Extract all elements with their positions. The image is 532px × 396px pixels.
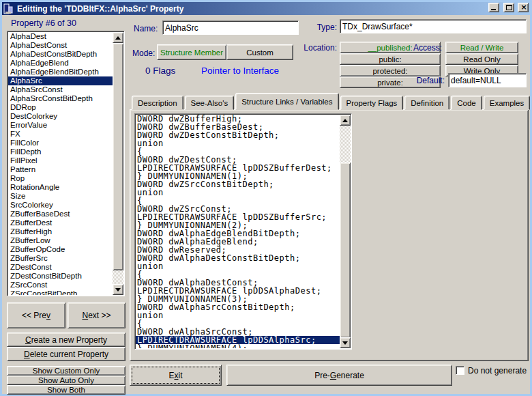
- do-not-generate-checkbox[interactable]: [456, 366, 464, 375]
- tab-code[interactable]: Code: [451, 96, 482, 110]
- flags-status-text: 0 Flags: [145, 66, 175, 76]
- location-option-protected[interactable]: protected:: [340, 65, 441, 76]
- structure-code-list[interactable]: DWORD dwZBufferHigh;DWORD dwZBufferBaseD…: [134, 113, 352, 350]
- delete-property-button[interactable]: Delete current Property: [7, 347, 125, 361]
- title-bar: Editting the 'TDDBltFX::AlphaSrc' Proper…: [2, 2, 530, 15]
- window-title: Editting the 'TDDBltFX::AlphaSrc' Proper…: [17, 4, 487, 14]
- property-list-item[interactable]: ErrorValue: [8, 121, 113, 130]
- location-option-public[interactable]: public:: [340, 53, 441, 65]
- show-auto-only-button[interactable]: Show Auto Only: [7, 376, 125, 385]
- property-list[interactable]: AlphaDestAlphaDestConstAlphaDestConstBit…: [7, 31, 125, 296]
- show-both-button[interactable]: Show Both: [7, 385, 125, 395]
- property-list-item[interactable]: AlphaSrcConstBitDepth: [8, 94, 113, 103]
- pre-generate-button[interactable]: Pre-Generate: [226, 365, 452, 386]
- name-input[interactable]: [162, 20, 299, 35]
- property-list-scrollbar[interactable]: [113, 32, 123, 295]
- property-list-item[interactable]: AlphaDestConst: [8, 41, 113, 50]
- close-button[interactable]: ×: [518, 3, 529, 12]
- property-list-item[interactable]: DDRop: [8, 103, 113, 112]
- code-line[interactable]: DWORD dwZSrcConstBitDepth;: [136, 180, 340, 188]
- type-input[interactable]: [340, 19, 527, 33]
- property-list-item[interactable]: AlphaEdgeBlendBitDepth: [8, 68, 113, 76]
- tab-definition[interactable]: Definition: [404, 96, 449, 110]
- default-label: Default:: [397, 76, 445, 85]
- code-line[interactable]: union: [136, 139, 340, 147]
- window-controls: ×: [487, 3, 529, 14]
- property-list-item[interactable]: ZBufferSrc: [8, 254, 113, 263]
- code-line[interactable]: union: [136, 311, 340, 320]
- property-list-item[interactable]: AlphaDestConstBitDepth: [8, 50, 113, 59]
- arrow-down-icon: [115, 288, 121, 292]
- property-list-item[interactable]: Size: [8, 192, 113, 201]
- code-line[interactable]: union: [136, 188, 340, 197]
- access-label: Access:: [394, 43, 442, 53]
- tab-description[interactable]: Description: [132, 96, 183, 110]
- tab-examples[interactable]: Examples: [484, 96, 531, 110]
- scrollbar-thumb[interactable]: [113, 43, 123, 270]
- arrow-down-icon: [342, 341, 348, 345]
- property-list-item[interactable]: ZBufferBaseDest: [8, 210, 113, 218]
- type-label: Type:: [304, 23, 337, 32]
- property-list-item[interactable]: ZSrcConst: [8, 281, 113, 289]
- structure-code-lines: DWORD dwZBufferHigh;DWORD dwZBufferBaseD…: [136, 115, 340, 348]
- code-line[interactable]: DWORD dwAlphaDestConstBitDepth;: [136, 254, 340, 262]
- property-list-item[interactable]: ZBufferDest: [8, 218, 113, 227]
- code-list-scrollbar[interactable]: [340, 115, 351, 348]
- location-label: Location:: [289, 43, 337, 53]
- property-list-item[interactable]: FillPixel: [8, 156, 113, 165]
- property-list-item[interactable]: AlphaSrcConst: [8, 85, 113, 94]
- code-line[interactable]: union: [136, 262, 340, 270]
- property-list-item[interactable]: RotationAngle: [8, 183, 113, 192]
- property-list-item[interactable]: ZBufferOpCode: [8, 245, 113, 254]
- do-not-generate-label: Do not generate: [468, 366, 527, 376]
- property-list-item[interactable]: FX: [8, 130, 113, 139]
- property-list-item[interactable]: Pattern: [8, 165, 113, 174]
- property-list-item[interactable]: ZDestConst: [8, 263, 113, 272]
- mode-option-custom[interactable]: Custom: [226, 44, 293, 60]
- property-list-item[interactable]: SrcColorkey: [8, 201, 113, 210]
- tab-structure-links-variables[interactable]: Structure Links / Variables: [235, 93, 338, 110]
- property-list-item[interactable]: Rop: [8, 174, 113, 183]
- arrow-up-icon: [115, 36, 121, 40]
- prev-property-button[interactable]: << Prev: [7, 302, 65, 328]
- mode-label: Mode:: [132, 48, 155, 58]
- minimize-button[interactable]: [488, 3, 499, 12]
- tab-property-flags[interactable]: Property Flags: [340, 96, 404, 110]
- scroll-up-button[interactable]: [340, 115, 351, 126]
- scrollbar-thumb[interactable]: [340, 162, 351, 338]
- minimize-icon: [491, 9, 496, 10]
- mode-option-structure-member[interactable]: Structure Member: [157, 44, 226, 60]
- arrow-up-icon: [342, 119, 348, 122]
- property-list-item[interactable]: FillDepth: [8, 147, 113, 156]
- app-icon: [3, 3, 14, 14]
- property-list-item[interactable]: ZSrcConstBitDepth: [8, 289, 113, 295]
- access-option-read-only[interactable]: Read Only: [445, 53, 518, 65]
- property-list-item[interactable]: ZDestConstBitDepth: [8, 272, 113, 281]
- code-line[interactable]: DWORD dwAlphaSrcConstBitDepth;: [136, 303, 340, 311]
- scroll-down-button[interactable]: [340, 337, 351, 348]
- tab-strip: DescriptionSee-Also'sStructure Links / V…: [132, 93, 531, 110]
- scroll-up-button[interactable]: [113, 32, 123, 43]
- property-list-item[interactable]: DestColorkey: [8, 112, 113, 121]
- property-list-item[interactable]: ZBufferHigh: [8, 227, 113, 236]
- create-property-button[interactable]: Create a new Property: [7, 333, 125, 347]
- scroll-down-button[interactable]: [113, 284, 123, 295]
- exit-button[interactable]: Exit: [130, 365, 222, 386]
- maximize-button[interactable]: [503, 3, 514, 12]
- property-counter-label: Property #6 of 30: [11, 18, 76, 28]
- dialog-window: Editting the 'TDDBltFX::AlphaSrc' Proper…: [0, 0, 532, 396]
- code-line[interactable]: DWORD dwZDestConstBitDepth;: [136, 131, 340, 139]
- property-list-item[interactable]: AlphaSrc: [8, 76, 113, 85]
- tab-see-also-s[interactable]: See-Also's: [185, 96, 235, 110]
- property-list-item[interactable]: AlphaDest: [8, 32, 113, 41]
- show-custom-only-button[interactable]: Show Custom Only: [7, 366, 125, 376]
- access-option-read-write[interactable]: Read / Write: [445, 42, 518, 53]
- next-property-button[interactable]: Next >>: [68, 302, 125, 328]
- property-list-item[interactable]: AlphaEdgeBlend: [8, 59, 113, 68]
- property-list-item[interactable]: ZBufferLow: [8, 236, 113, 245]
- property-list-item[interactable]: FillColor: [8, 139, 113, 147]
- close-icon: ×: [518, 3, 529, 12]
- property-list-items: AlphaDestAlphaDestConstAlphaDestConstBit…: [8, 32, 113, 295]
- maximize-icon: [506, 5, 512, 10]
- default-value-input[interactable]: [448, 73, 527, 87]
